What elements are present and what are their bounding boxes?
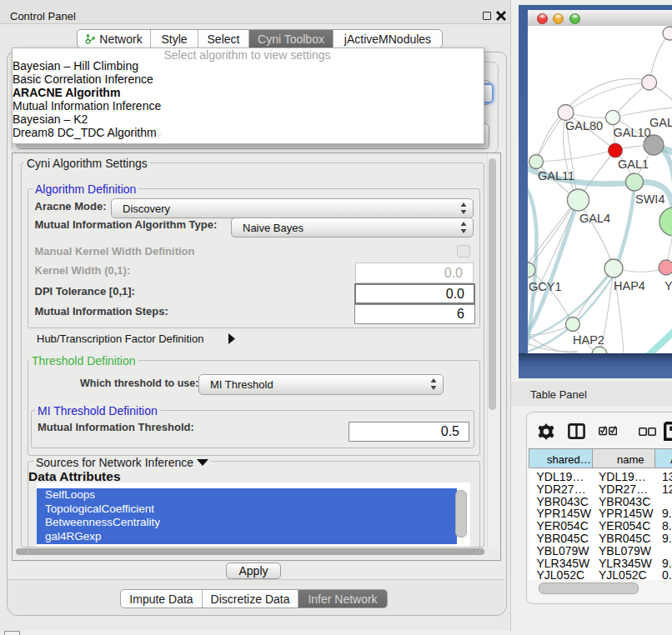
svg-text:HAP4: HAP4	[614, 279, 645, 292]
svg-text:GAL2: GAL2	[649, 116, 672, 129]
svg-text:GAL4: GAL4	[579, 212, 610, 225]
svg-text:Y: Y	[664, 279, 672, 292]
svg-text:SWI4: SWI4	[635, 192, 664, 206]
svg-text:GCY1: GCY1	[529, 280, 562, 293]
svg-text:HAP2: HAP2	[573, 333, 604, 347]
svg-text:GAL10: GAL10	[614, 126, 651, 139]
svg-text:GAL11: GAL11	[538, 169, 574, 182]
svg-text:GAL1: GAL1	[618, 158, 649, 171]
svg-text:GAL80: GAL80	[565, 119, 603, 132]
